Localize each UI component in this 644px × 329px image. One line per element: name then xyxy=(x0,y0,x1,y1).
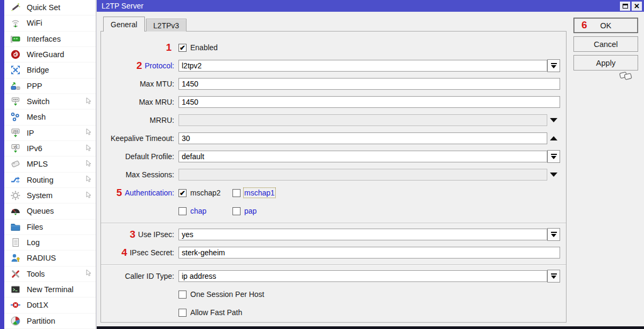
max-sessions-expand-button[interactable] xyxy=(547,168,560,181)
caller-id-type-row: Caller ID Type: xyxy=(101,267,566,285)
tools-icon xyxy=(10,269,21,279)
sidebar-item-wifi[interactable]: WiFi xyxy=(4,15,96,31)
sidebar-item-label: Mesh xyxy=(27,113,92,121)
protocol-dropdown-button[interactable] xyxy=(547,59,560,72)
keepalive-timeout-label: Keepalive Timeout: xyxy=(111,134,174,143)
dropdown-icon xyxy=(551,232,557,237)
sidebar-item-ppp[interactable]: PPP xyxy=(4,79,96,94)
sidebar-item-label: WireGuard xyxy=(27,50,92,59)
sidebar-item-interfaces[interactable]: Interfaces xyxy=(4,32,96,47)
sidebar-item-queues[interactable]: Queues xyxy=(4,203,96,219)
dropdown-icon xyxy=(551,63,557,68)
caller-id-type-dropdown-button[interactable] xyxy=(547,270,560,283)
ipv6-icon: v6 xyxy=(10,143,21,154)
sidebar-item-ipv6[interactable]: v6 IPv6 xyxy=(4,141,96,156)
mrru-label: MRRU: xyxy=(150,116,174,124)
sidebar-item-ip[interactable]: 255 IP xyxy=(4,126,96,141)
files-icon xyxy=(10,222,21,232)
max-mtu-input[interactable] xyxy=(179,78,560,90)
sidebar-item-mpls[interactable]: MPLS xyxy=(4,156,96,172)
keepalive-collapse-button[interactable] xyxy=(547,132,560,145)
sidebar-item-label: IPv6 xyxy=(27,144,86,153)
mschap1-checkbox[interactable] xyxy=(232,189,240,197)
queues-icon xyxy=(10,206,21,216)
tab-general[interactable]: General xyxy=(103,17,145,32)
sidebar-item-routing[interactable]: Routing xyxy=(4,173,96,188)
one-session-per-host-label: One Session Per Host xyxy=(190,290,265,299)
sidebar-item-switch[interactable]: Switch xyxy=(4,94,96,109)
spin-down-icon xyxy=(550,118,557,122)
sidebar-item-quick-set[interactable]: Quick Set xyxy=(4,0,96,15)
svg-text:255: 255 xyxy=(13,130,19,133)
dialog-title: L2TP Server xyxy=(102,2,618,10)
sidebar-item-files[interactable]: Files xyxy=(4,220,96,235)
submenu-arrow-icon xyxy=(86,128,92,137)
section-divider xyxy=(101,262,566,267)
sidebar-item-bridge[interactable]: Bridge xyxy=(4,62,96,78)
annotation-5: 5 xyxy=(117,187,122,198)
general-tab-content: 1 ✔ Enabled 2Protocol: Max MTU xyxy=(100,31,567,323)
ok-button[interactable]: 6 OK xyxy=(573,18,638,33)
max-mru-input[interactable] xyxy=(179,96,560,108)
mschap2-checkbox[interactable]: ✔ xyxy=(179,189,187,197)
sidebar-item-tools[interactable]: Tools xyxy=(4,267,96,282)
default-profile-dropdown-button[interactable] xyxy=(547,150,560,163)
apply-button[interactable]: Apply xyxy=(573,55,638,70)
caller-id-type-input[interactable] xyxy=(179,270,547,282)
l2tp-server-dialog: L2TP Server ✕ General L2TPv3 1 ✔ Enabled xyxy=(96,0,644,329)
sidebar-item-label: Queues xyxy=(27,207,92,215)
wireguard-icon xyxy=(10,49,21,60)
sidebar-item-system[interactable]: System xyxy=(4,188,96,203)
main-window-edge xyxy=(0,0,4,329)
sidebar-item-dot1x[interactable]: Dot1X xyxy=(4,297,96,313)
sidebar-item-label: Dot1X xyxy=(27,301,92,309)
annotation-4: 4 xyxy=(121,247,127,258)
radius-icon xyxy=(10,253,21,263)
annotation-1: 1 xyxy=(166,42,172,53)
enabled-row: 1 ✔ Enabled xyxy=(101,38,566,57)
sidebar-item-wireguard[interactable]: WireGuard xyxy=(4,47,96,62)
sidebar-item-new-terminal[interactable]: New Terminal xyxy=(4,282,96,297)
dialog-buttons: 6 OK Cancel Apply xyxy=(573,18,638,74)
caller-id-type-label: Caller ID Type: xyxy=(125,272,174,280)
max-sessions-input xyxy=(179,169,547,181)
bridge-icon xyxy=(10,65,21,75)
pap-checkbox[interactable] xyxy=(232,207,240,215)
one-session-per-host-row: One Session Per Host xyxy=(101,285,566,303)
mrru-row: MRRU: xyxy=(101,111,566,129)
use-ipsec-dropdown-button[interactable] xyxy=(547,228,560,241)
use-ipsec-input[interactable] xyxy=(179,229,547,240)
pap-label: pap xyxy=(244,207,257,215)
allow-fast-path-checkbox[interactable] xyxy=(179,309,187,317)
chap-checkbox[interactable] xyxy=(179,207,187,215)
mrru-expand-button[interactable] xyxy=(547,114,560,127)
enabled-checkbox[interactable]: ✔ xyxy=(179,44,187,52)
tab-l2tpv3[interactable]: L2TPv3 xyxy=(146,19,187,32)
sidebar-item-label: Interfaces xyxy=(27,35,92,43)
dialog-titlebar[interactable]: L2TP Server ✕ xyxy=(97,0,644,12)
one-session-per-host-checkbox[interactable] xyxy=(179,291,187,299)
authentication-row-2: chap pap xyxy=(101,202,566,220)
sidebar-item-label: System xyxy=(27,191,86,200)
cancel-button[interactable]: Cancel xyxy=(573,36,638,52)
close-button[interactable]: ✕ xyxy=(632,2,642,11)
system-icon xyxy=(10,190,21,201)
sidebar-item-mesh[interactable]: Mesh xyxy=(4,109,96,125)
sidebar-item-label: Partition xyxy=(27,317,92,325)
dropdown-icon xyxy=(551,154,557,159)
ipsec-secret-input[interactable] xyxy=(179,247,560,258)
sidebar-item-partition[interactable]: Partition xyxy=(4,314,96,329)
sidebar-item-radius[interactable]: RADIUS xyxy=(4,250,96,266)
submenu-arrow-icon xyxy=(86,160,92,169)
maximize-button[interactable] xyxy=(620,2,630,11)
default-profile-input[interactable] xyxy=(179,151,547,162)
annotation-2: 2 xyxy=(136,60,142,71)
protocol-input[interactable] xyxy=(179,60,547,72)
keepalive-timeout-input[interactable] xyxy=(179,132,547,144)
partition-icon xyxy=(10,316,21,326)
sidebar-item-label: New Terminal xyxy=(27,285,92,294)
maximize-icon xyxy=(623,4,628,9)
spin-up-icon xyxy=(550,136,557,140)
window-bottom-edge xyxy=(97,326,644,329)
sidebar-item-log[interactable]: Log xyxy=(4,235,96,250)
